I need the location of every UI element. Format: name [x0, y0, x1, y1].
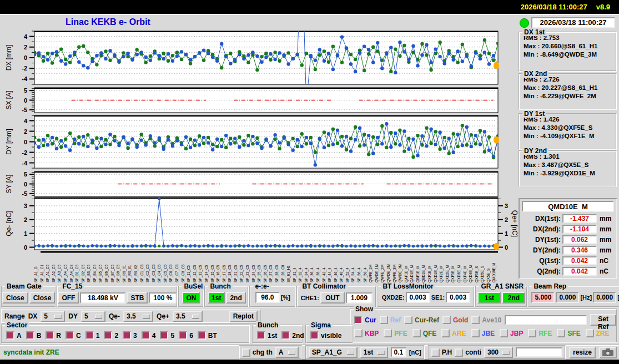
checkbox-label: PFE	[394, 330, 407, 337]
checkbox-r[interactable]: R	[46, 331, 61, 340]
checkbox-indicator[interactable]	[384, 329, 392, 337]
beam-gate-close-button-2[interactable]: Close	[29, 292, 56, 304]
checkbox-c[interactable]: C	[66, 331, 81, 340]
range-qe-minus-select[interactable]: 3.5	[123, 311, 153, 322]
checkbox-indicator[interactable]	[198, 331, 206, 340]
checkbox-gold[interactable]: Gold	[442, 316, 468, 324]
checkbox-visible[interactable]: visible	[310, 331, 341, 340]
checkbox-jbe[interactable]: JBE	[471, 329, 495, 337]
checkbox-indicator[interactable]	[242, 348, 250, 357]
checkbox-1st[interactable]: 1st	[257, 331, 277, 340]
checkbox-bt[interactable]: BT	[198, 331, 217, 340]
interval-select[interactable]: 300	[484, 347, 513, 358]
set-ref-button[interactable]: Set Ref	[590, 314, 616, 326]
checkbox-indicator[interactable]	[281, 331, 290, 340]
checkbox-indicator[interactable]	[586, 329, 594, 337]
bpm-select[interactable]: SP_A1_G	[309, 347, 358, 358]
checkbox-sfe[interactable]: SFE	[557, 329, 580, 337]
svg-text:DY [mm]: DY [mm]	[5, 129, 13, 154]
checkbox-indicator[interactable]	[471, 329, 480, 337]
checkbox-indicator[interactable]	[257, 331, 265, 340]
selected-value: 1st	[364, 348, 373, 356]
checkbox-cur[interactable]: Cur	[354, 316, 376, 324]
checkbox-indicator[interactable]	[26, 331, 34, 340]
checkbox-b[interactable]: B	[26, 331, 42, 340]
checkbox-cur-ref[interactable]: Cur-Ref	[404, 316, 439, 324]
checkbox-are[interactable]: ARE	[441, 329, 466, 337]
bunch-order-select[interactable]: 1st	[360, 347, 388, 358]
checkbox-2nd[interactable]: 2nd	[281, 331, 304, 340]
checkbox-indicator[interactable]	[46, 331, 54, 340]
gr-2nd-button[interactable]: 2nd	[502, 292, 525, 304]
checkbox-indicator[interactable]	[179, 331, 187, 340]
checkbox-kbp[interactable]: KBP	[354, 329, 379, 337]
svg-text:-5: -5	[22, 107, 27, 113]
ee-ratio-input[interactable]	[255, 292, 280, 303]
checkbox-4[interactable]: 4	[142, 331, 156, 340]
checkbox-indicator[interactable]	[104, 331, 112, 340]
checkbox-indicator[interactable]	[404, 316, 412, 324]
gr-1st-button[interactable]: 1st	[477, 292, 501, 304]
range-dy-select[interactable]: 5	[81, 311, 105, 322]
replot-button[interactable]: Replot	[229, 311, 258, 322]
checkbox-indicator[interactable]	[431, 348, 440, 357]
busel-on-button[interactable]: ON	[182, 292, 200, 304]
bunch-2nd-button[interactable]: 2nd	[226, 292, 245, 304]
checkbox-indicator[interactable]	[557, 329, 565, 337]
checkbox-indicator[interactable]	[354, 316, 363, 324]
fc15-off-button[interactable]: OFF	[58, 292, 79, 304]
checkbox-zre[interactable]: ZRE	[586, 329, 610, 337]
checkbox-indicator[interactable]	[528, 329, 536, 337]
range-dx-select[interactable]: 5	[41, 311, 65, 322]
che1-out-button[interactable]: OUT	[320, 292, 345, 304]
checkbox-indicator[interactable]	[500, 329, 508, 337]
checkbox-conti[interactable]: conti	[455, 348, 481, 357]
dropdown-indicator-icon	[192, 315, 199, 318]
snapshot-button[interactable]	[599, 347, 617, 358]
checkbox-pfe[interactable]: PFE	[384, 329, 407, 337]
checkbox-qfe[interactable]: QFE	[412, 329, 437, 337]
timestamp-display: 2026/03/18 11:00:27	[531, 17, 615, 28]
bunch-1st-button[interactable]: 1st	[208, 292, 225, 304]
sector-a-select[interactable]: A	[275, 347, 299, 358]
checkbox-label: 1st	[268, 332, 277, 340]
checkbox-indicator[interactable]	[412, 329, 421, 337]
extra-input[interactable]	[516, 347, 562, 357]
checkbox-6[interactable]: 6	[179, 331, 193, 340]
checkbox-indicator[interactable]	[380, 316, 388, 324]
chg-th-frame: chg th A	[239, 345, 302, 360]
checkbox-indicator[interactable]	[455, 348, 463, 357]
checkbox-indicator[interactable]	[6, 331, 14, 340]
checkbox-2[interactable]: 2	[104, 331, 118, 340]
checkbox-ph[interactable]: P.H	[431, 348, 452, 357]
checkbox-1[interactable]: 1	[85, 331, 100, 340]
checkbox-ave10[interactable]: Ave10	[471, 316, 501, 324]
checkbox-indicator[interactable]	[123, 331, 131, 340]
checkbox-indicator[interactable]	[142, 331, 150, 340]
checkbox-indicator[interactable]	[66, 331, 74, 340]
resize-button[interactable]: resize	[569, 347, 596, 358]
checkbox-indicator[interactable]	[471, 316, 480, 324]
range-qe-plus-select[interactable]: 3.5	[173, 311, 203, 322]
checkbox-indicator[interactable]	[441, 329, 450, 337]
beam-gate-close-button-1[interactable]: Close	[2, 292, 28, 304]
checkbox-rfe[interactable]: RFE	[528, 329, 552, 337]
checkbox-indicator[interactable]	[310, 331, 319, 340]
bpm-label: SP_C1_C5	[140, 264, 144, 282]
checkbox-indicator[interactable]	[442, 316, 451, 324]
bpm-label: SP_B1_C5	[76, 265, 79, 282]
fc15-stb-button[interactable]: STB	[127, 292, 148, 304]
fc15-percent-readout: 100 %	[149, 292, 177, 304]
checkbox-ref[interactable]: Ref	[380, 316, 401, 324]
checkbox-indicator[interactable]	[160, 331, 168, 340]
checkbox-a[interactable]: A	[6, 331, 22, 340]
charge-threshold-input[interactable]	[391, 347, 406, 357]
checkbox-indicator[interactable]	[354, 329, 363, 337]
checkbox-indicator[interactable]	[85, 331, 94, 340]
checkbox-5[interactable]: 5	[160, 331, 174, 340]
checkbox-label: 4	[152, 332, 156, 340]
ref-name-input[interactable]	[505, 315, 587, 325]
checkbox-3[interactable]: 3	[123, 331, 137, 340]
checkbox-chg-th[interactable]: chg th	[242, 348, 273, 357]
checkbox-jbp[interactable]: JBP	[500, 329, 523, 337]
